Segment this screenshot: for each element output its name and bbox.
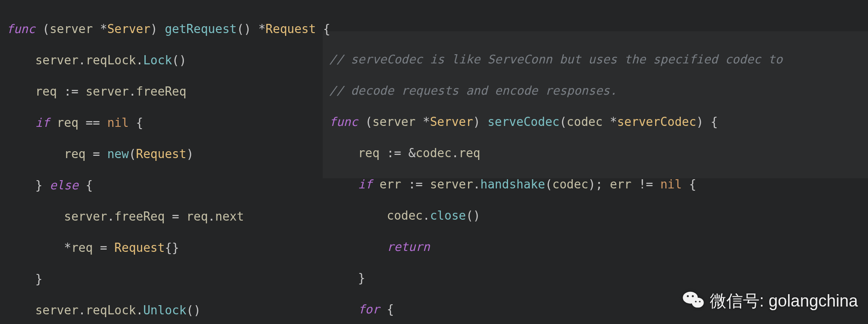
wechat-id: golangchina [769, 293, 858, 309]
svg-point-4 [695, 301, 696, 302]
code-line: server.reqLock.Unlock() [6, 302, 324, 318]
code-pane-left: func (server *Server) getRequest() *Requ… [6, 6, 324, 324]
wechat-label: 微信号: [710, 293, 764, 309]
code-line: } [329, 270, 862, 286]
code-line: req := server.freeReq [6, 84, 324, 99]
code-line: // serveCodec is like ServeConn but uses… [329, 51, 862, 67]
wechat-icon [681, 288, 705, 314]
code-line: *req = Request{} [6, 240, 324, 256]
code-line: // decode requests and encode responses. [329, 83, 862, 98]
svg-point-3 [692, 295, 694, 297]
code-line: func (server *Server) serveCodec(codec *… [329, 114, 862, 130]
code-line: server.freeReq = req.next [6, 209, 324, 224]
code-line: req := &codec.req [329, 145, 862, 161]
code-line: server.reqLock.Lock() [6, 52, 324, 68]
svg-point-2 [687, 295, 689, 297]
code-line: } [6, 271, 324, 287]
wechat-watermark: 微信号: golangchina [681, 288, 858, 314]
code-line: } else { [6, 177, 324, 193]
code-pane-right: // serveCodec is like ServeConn but uses… [329, 36, 862, 324]
code-line: codec.close() [329, 208, 862, 223]
code-line: func (server *Server) getRequest() *Requ… [6, 21, 324, 37]
code-line: if req == nil { [6, 115, 324, 131]
code-line: req = new(Request) [6, 146, 324, 162]
code-line: return [329, 239, 862, 255]
svg-point-1 [692, 298, 704, 308]
svg-point-5 [699, 301, 700, 302]
code-line: if err := server.handshake(codec); err !… [329, 176, 862, 192]
